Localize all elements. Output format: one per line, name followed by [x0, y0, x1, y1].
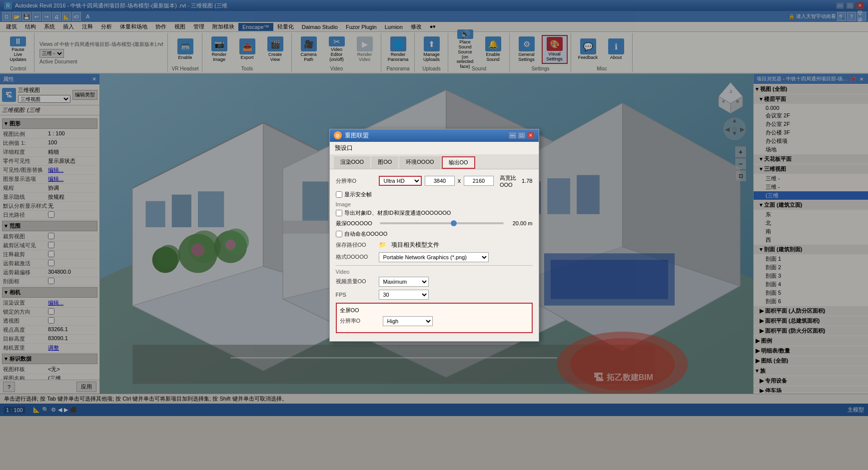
dialog-minimize-btn[interactable]: — — [509, 132, 517, 139]
depth-slider-track[interactable] — [380, 222, 504, 224]
export-ids-checkbox[interactable] — [336, 210, 342, 216]
fullscreen-res-select[interactable]: High Medium Low — [383, 316, 433, 326]
save-path-label: 保存路径OO — [336, 241, 376, 249]
dialog-win-controls: — □ ✕ — [509, 132, 535, 139]
dialog-tabs: 渲染OOO 图OO 环境OOOO 输出OO — [330, 154, 539, 169]
export-ids-label: 导出对象ID、材质ID和深度通道OOOOOOO — [344, 209, 451, 217]
fps-row: FPS 30 24 25 60 — [336, 290, 533, 300]
depth-value: 20.00 m — [508, 220, 533, 226]
tab-image[interactable]: 图OO — [371, 156, 398, 169]
preset-label: 预设口 — [330, 142, 539, 154]
fps-select[interactable]: 30 24 25 60 — [379, 290, 429, 300]
image-section-title: Image — [336, 201, 533, 207]
dialog-body: 分辨率O Ultra HD HD Full HD 4K x 高宽比OOO 1.7… — [330, 169, 539, 341]
folder-icon: 📁 — [379, 241, 386, 248]
height-input[interactable] — [464, 176, 494, 186]
dialog-restore-btn[interactable]: □ — [518, 132, 526, 139]
tab-output[interactable]: 输出OO — [442, 156, 475, 169]
fps-label: FPS — [336, 292, 376, 298]
aspect-ratio-value: 1.78 — [522, 178, 532, 184]
dialog-title: 重图联盟 — [345, 131, 369, 140]
format-select[interactable]: Portable Network Graphics (*.png) JPEG B… — [379, 252, 489, 262]
project-files-label: 项目相关模型文件 — [391, 241, 439, 249]
x-separator: x — [458, 177, 461, 184]
safe-frame-row: 显示安全帧 — [336, 191, 533, 198]
safe-frame-label: 显示安全帧 — [344, 191, 372, 198]
fullscreen-section: 全屏OO 分辨率O High Medium Low — [336, 303, 533, 333]
dialog-titlebar: ⚙ 重图联盟 — □ ✕ — [330, 129, 539, 142]
resolution-row: 分辨率O Ultra HD HD Full HD 4K x 高宽比OOO 1.7… — [336, 174, 533, 188]
aspect-ratio-label: 高宽比OOO — [500, 174, 517, 188]
tab-render[interactable]: 渲染OOO — [334, 156, 371, 169]
fullscreen-label: 全屏OO — [340, 307, 529, 314]
resolution-label: 分辨率O — [336, 177, 376, 185]
resolution-select[interactable]: Ultra HD HD Full HD 4K — [379, 176, 422, 186]
depth-label: 最深OOOOOO — [336, 220, 376, 227]
modal-overlay: ⚙ 重图联盟 — □ ✕ 预设口 渲染OOO 图OO 环境OOOO 输出OO 分… — [0, 0, 868, 470]
depth-row: 最深OOOOOO 20.00 m — [336, 220, 533, 227]
video-section-title: Video — [336, 269, 533, 275]
safe-frame-checkbox[interactable] — [336, 191, 342, 198]
fullscreen-res-row: 分辨率O High Medium Low — [340, 316, 529, 326]
auto-name-row: 自动命名OOOOO — [336, 230, 533, 238]
dialog-icon: ⚙ — [334, 131, 342, 139]
tab-environment[interactable]: 环境OOOO — [399, 156, 440, 169]
fullscreen-res-label: 分辨率O — [340, 317, 380, 325]
quality-label: 视频质量OO — [336, 278, 376, 285]
depth-slider-thumb[interactable] — [451, 220, 457, 226]
width-input[interactable] — [425, 176, 455, 186]
format-row: 格式OOOOO Portable Network Graphics (*.png… — [336, 252, 533, 262]
quality-row: 视频质量OO Maximum High Medium Low — [336, 277, 533, 287]
export-ids-row: 导出对象ID、材质ID和深度通道OOOOOOO — [336, 209, 533, 217]
format-label: 格式OOOOO — [336, 253, 376, 261]
dialog-close-btn[interactable]: ✕ — [527, 132, 535, 139]
save-path-row: 保存路径OO 📁 项目相关模型文件 — [336, 241, 533, 249]
dialog-title-content: ⚙ 重图联盟 — [334, 131, 369, 140]
quality-select[interactable]: Maximum High Medium Low — [379, 277, 429, 287]
render-dialog: ⚙ 重图联盟 — □ ✕ 预设口 渲染OOO 图OO 环境OOOO 输出OO 分… — [329, 129, 539, 342]
separator-1 — [336, 265, 533, 266]
auto-name-checkbox[interactable] — [336, 231, 342, 237]
auto-name-label: 自动命名OOOOO — [344, 230, 388, 238]
